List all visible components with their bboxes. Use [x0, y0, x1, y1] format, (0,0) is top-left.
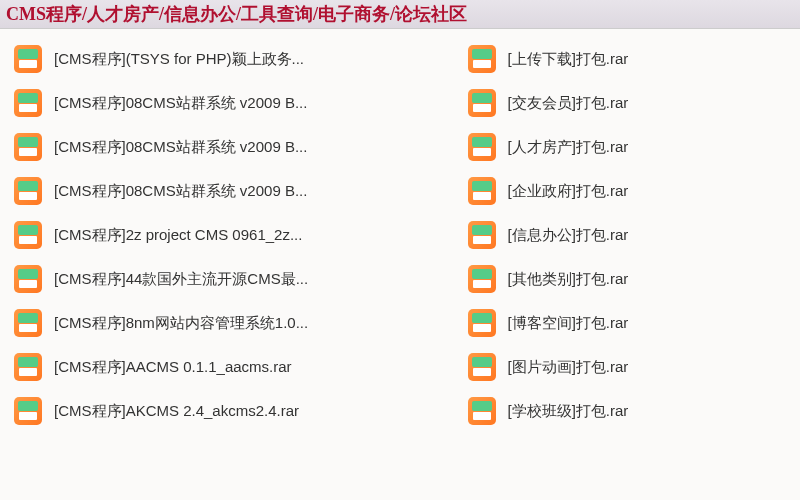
file-item[interactable]: [CMS程序]AACMS 0.1.1_aacms.rar: [0, 345, 424, 389]
file-item[interactable]: [人才房产]打包.rar: [454, 125, 801, 169]
file-name: [信息办公]打包.rar: [508, 226, 629, 245]
file-name: [CMS程序]AKCMS 2.4_akcms2.4.rar: [54, 402, 299, 421]
file-name: [CMS程序]8nm网站内容管理系统1.0...: [54, 314, 308, 333]
archive-icon: [468, 265, 496, 293]
file-item[interactable]: [CMS程序]08CMS站群系统 v2009 B...: [0, 125, 424, 169]
archive-icon: [468, 89, 496, 117]
category-header: CMS程序/人才房产/信息办公/工具查询/电子商务/论坛社区: [0, 0, 800, 29]
file-item[interactable]: [其他类别]打包.rar: [454, 257, 801, 301]
file-item[interactable]: [企业政府]打包.rar: [454, 169, 801, 213]
archive-icon: [14, 133, 42, 161]
file-name: [图片动画]打包.rar: [508, 358, 629, 377]
right-column: [上传下载]打包.rar [交友会员]打包.rar [人才房产]打包.rar […: [424, 37, 801, 433]
file-listing: [CMS程序](TSYS for PHP)颖上政务... [CMS程序]08CM…: [0, 29, 800, 441]
archive-icon: [468, 353, 496, 381]
file-name: [CMS程序]08CMS站群系统 v2009 B...: [54, 182, 307, 201]
archive-icon: [14, 353, 42, 381]
file-item[interactable]: [CMS程序]08CMS站群系统 v2009 B...: [0, 81, 424, 125]
archive-icon: [468, 45, 496, 73]
file-name: [CMS程序](TSYS for PHP)颖上政务...: [54, 50, 304, 69]
file-item[interactable]: [CMS程序]8nm网站内容管理系统1.0...: [0, 301, 424, 345]
file-item[interactable]: [博客空间]打包.rar: [454, 301, 801, 345]
file-name: [CMS程序]AACMS 0.1.1_aacms.rar: [54, 358, 292, 377]
file-name: [博客空间]打包.rar: [508, 314, 629, 333]
file-name: [CMS程序]44款国外主流开源CMS最...: [54, 270, 308, 289]
archive-icon: [14, 265, 42, 293]
archive-icon: [14, 309, 42, 337]
archive-icon: [14, 397, 42, 425]
file-item[interactable]: [CMS程序](TSYS for PHP)颖上政务...: [0, 37, 424, 81]
archive-icon: [14, 177, 42, 205]
file-item[interactable]: [交友会员]打包.rar: [454, 81, 801, 125]
file-item[interactable]: [CMS程序]08CMS站群系统 v2009 B...: [0, 169, 424, 213]
left-column: [CMS程序](TSYS for PHP)颖上政务... [CMS程序]08CM…: [0, 37, 424, 433]
file-item[interactable]: [CMS程序]AKCMS 2.4_akcms2.4.rar: [0, 389, 424, 433]
file-name: [CMS程序]2z project CMS 0961_2z...: [54, 226, 302, 245]
archive-icon: [14, 45, 42, 73]
file-name: [交友会员]打包.rar: [508, 94, 629, 113]
file-name: [CMS程序]08CMS站群系统 v2009 B...: [54, 138, 307, 157]
header-title: CMS程序/人才房产/信息办公/工具查询/电子商务/论坛社区: [6, 4, 467, 24]
archive-icon: [14, 89, 42, 117]
archive-icon: [14, 221, 42, 249]
file-item[interactable]: [CMS程序]44款国外主流开源CMS最...: [0, 257, 424, 301]
archive-icon: [468, 221, 496, 249]
file-item[interactable]: [上传下载]打包.rar: [454, 37, 801, 81]
file-name: [人才房产]打包.rar: [508, 138, 629, 157]
file-name: [CMS程序]08CMS站群系统 v2009 B...: [54, 94, 307, 113]
archive-icon: [468, 397, 496, 425]
archive-icon: [468, 177, 496, 205]
file-name: [其他类别]打包.rar: [508, 270, 629, 289]
file-item[interactable]: [信息办公]打包.rar: [454, 213, 801, 257]
file-name: [学校班级]打包.rar: [508, 402, 629, 421]
file-name: [上传下载]打包.rar: [508, 50, 629, 69]
file-item[interactable]: [CMS程序]2z project CMS 0961_2z...: [0, 213, 424, 257]
file-item[interactable]: [图片动画]打包.rar: [454, 345, 801, 389]
archive-icon: [468, 133, 496, 161]
archive-icon: [468, 309, 496, 337]
file-item[interactable]: [学校班级]打包.rar: [454, 389, 801, 433]
file-name: [企业政府]打包.rar: [508, 182, 629, 201]
